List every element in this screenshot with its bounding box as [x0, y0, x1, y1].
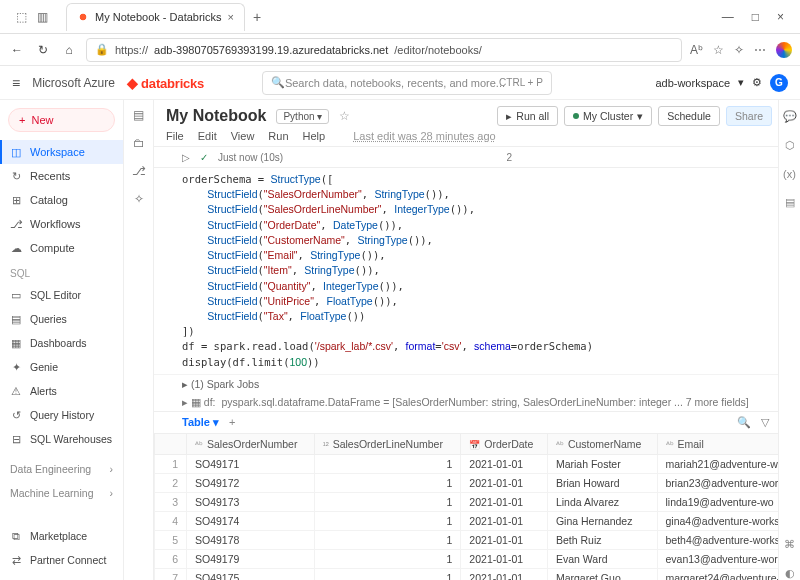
cell-header: ▷ ✓ Just now (10s) 2 [154, 146, 800, 168]
table-row[interactable]: 2SO4917212021-01-01Brian Howardbrian23@a… [155, 473, 800, 492]
new-button[interactable]: + New [8, 108, 115, 132]
sidebar-item-genie[interactable]: ✦Genie [0, 355, 123, 379]
more-icon[interactable]: ⋯ [754, 43, 766, 57]
star-icon[interactable]: ☆ [339, 109, 350, 123]
window-controls: — □ × [722, 10, 796, 24]
home-button[interactable]: ⌂ [60, 43, 78, 57]
table-row[interactable]: 7SO4917512021-01-01Margaret Guomargaret2… [155, 568, 800, 580]
code-cell[interactable]: orderSchema = StructType([ StructField("… [154, 168, 800, 374]
refresh-button[interactable]: ↻ [34, 43, 52, 57]
maximize-button[interactable]: □ [752, 10, 759, 24]
minimize-button[interactable]: — [722, 10, 734, 24]
copilot-icon[interactable] [776, 42, 792, 58]
databricks-logo[interactable]: ◆ databricks [127, 75, 204, 91]
filter-icon[interactable]: ▽ [761, 416, 769, 429]
app-topbar: ≡ Microsoft Azure ◆ databricks 🔍 Search … [0, 66, 800, 100]
menu-file[interactable]: File [166, 130, 184, 142]
cluster-selector[interactable]: My Cluster ▾ [564, 106, 652, 126]
sql-section-header: SQL [0, 260, 123, 283]
url-input[interactable]: 🔒 https://adb-3980705769393199.19.azured… [86, 38, 682, 62]
chevron-right-icon: › [110, 463, 114, 475]
search-input[interactable]: 🔍 Search data, notebooks, recents, and m… [262, 71, 552, 95]
databricks-favicon [77, 11, 89, 23]
new-tab-button[interactable]: + [253, 9, 261, 25]
sidebar-group-data-engineering[interactable]: Data Engineering› [0, 457, 123, 481]
extension-icon[interactable]: ✧ [734, 43, 744, 57]
table-tab[interactable]: Table ▾ [182, 416, 219, 429]
sparkle-icon[interactable]: ✧ [134, 192, 144, 206]
table-row[interactable]: 4SO4917412021-01-01Gina Hernandezgina4@a… [155, 511, 800, 530]
run-cell-icon[interactable]: ▷ [182, 152, 190, 163]
sidebar-item-compute[interactable]: ☁Compute [0, 236, 123, 260]
search-table-icon[interactable]: 🔍 [737, 416, 751, 429]
help-icon[interactable]: ◐ [785, 567, 795, 580]
sidebar-item-sql-editor[interactable]: ▭SQL Editor [0, 283, 123, 307]
sidebar-item-alerts[interactable]: ⚠Alerts [0, 379, 123, 403]
recents-icon: ↻ [10, 170, 22, 183]
sidebar-item-label: Workspace [30, 146, 85, 158]
add-viz-button[interactable]: + [229, 416, 235, 428]
last-edit-info[interactable]: Last edit was 28 minutes ago [353, 130, 495, 142]
sidebar-item-workspace[interactable]: ◫Workspace [0, 140, 123, 164]
spark-jobs-toggle[interactable]: ▸ (1) Spark Jobs [154, 374, 800, 393]
sidebar-item-query-history[interactable]: ↺Query History [0, 403, 123, 427]
share-button[interactable]: Share [726, 106, 772, 126]
shortcut-icon[interactable]: ⌘ [784, 538, 795, 551]
sidebar-item-workflows[interactable]: ⎇Workflows [0, 212, 123, 236]
sidebar-item-dashboards[interactable]: ▦Dashboards [0, 331, 123, 355]
settings-icon[interactable]: ⚙ [752, 76, 762, 89]
menu-icon[interactable]: ≡ [12, 75, 20, 91]
sidebar-group-machine-learning[interactable]: Machine Learning› [0, 481, 123, 505]
notebook-content: My Notebook Python ▾ ☆ ▸ Run all My Clus… [154, 100, 800, 580]
sidebar-item-marketplace[interactable]: ⧉Marketplace [0, 524, 123, 548]
read-aloud-icon[interactable]: Aᵇ [690, 43, 703, 57]
table-row[interactable]: 3SO4917312021-01-01Linda Alvarezlinda19@… [155, 492, 800, 511]
table-row[interactable]: 1SO4917112021-01-01Mariah Fostermariah21… [155, 454, 800, 473]
column-CustomerName[interactable]: ᴬᵇCustomerName [547, 433, 657, 454]
assistant-icon[interactable]: ⬡ [785, 139, 795, 152]
outline-icon[interactable]: ▤ [133, 108, 144, 122]
menu-view[interactable]: View [231, 130, 255, 142]
menu-help[interactable]: Help [303, 130, 326, 142]
files-icon[interactable]: 🗀 [133, 136, 145, 150]
notebook-title[interactable]: My Notebook [166, 107, 266, 125]
sidebar-item-catalog[interactable]: ⊞Catalog [0, 188, 123, 212]
avatar[interactable]: G [770, 74, 788, 92]
dataframe-schema[interactable]: ▸ ▦ df: pyspark.sql.dataframe.DataFrame … [154, 393, 800, 412]
schedule-button[interactable]: Schedule [658, 106, 720, 126]
sidebar-item-queries[interactable]: ▤Queries [0, 307, 123, 331]
table-row[interactable]: 6SO4917912021-01-01Evan Wardevan13@adven… [155, 549, 800, 568]
sidebar-item-sql-warehouses[interactable]: ⊟SQL Warehouses [0, 427, 123, 451]
sidebar-item-partner-connect[interactable]: ⇄Partner Connect [0, 548, 123, 572]
close-button[interactable]: × [777, 10, 784, 24]
history-icon[interactable]: ▤ [785, 196, 795, 209]
variables-icon[interactable]: (x) [783, 168, 796, 180]
back-button[interactable]: ← [8, 43, 26, 57]
tab-controls: ⬚ ▥ [4, 10, 60, 24]
workspace-icon[interactable]: ⬚ [16, 10, 27, 24]
column-SalesOrderNumber[interactable]: ᴬᵇSalesOrderNumber [187, 433, 315, 454]
language-selector[interactable]: Python ▾ [276, 109, 329, 124]
comments-icon[interactable]: 💬 [783, 110, 797, 123]
result-table[interactable]: ᴬᵇSalesOrderNumber¹²SalesOrderLineNumber… [154, 433, 800, 580]
tab-title: My Notebook - Databricks [95, 11, 222, 23]
branch-icon[interactable]: ⎇ [132, 164, 146, 178]
address-bar: ← ↻ ⌂ 🔒 https://adb-3980705769393199.19.… [0, 34, 800, 66]
sidebar-item-label: Workflows [30, 218, 81, 230]
chevron-down-icon[interactable]: ▾ [738, 76, 744, 89]
table-row[interactable]: 5SO4917812021-01-01Beth Ruizbeth4@advent… [155, 530, 800, 549]
chevron-down-icon: ▾ [213, 416, 219, 428]
workspace-name[interactable]: adb-workspace [655, 77, 730, 89]
menu-run[interactable]: Run [268, 130, 288, 142]
menu-edit[interactable]: Edit [198, 130, 217, 142]
run-all-button[interactable]: ▸ Run all [497, 106, 558, 126]
chevron-right-icon: › [110, 487, 114, 499]
sidebar-item-label: Recents [30, 170, 70, 182]
column-OrderDate[interactable]: 📅OrderDate [461, 433, 548, 454]
column-SalesOrderLineNumber[interactable]: ¹²SalesOrderLineNumber [314, 433, 461, 454]
favorite-icon[interactable]: ☆ [713, 43, 724, 57]
close-icon[interactable]: × [228, 11, 234, 23]
sidebar-item-recents[interactable]: ↻Recents [0, 164, 123, 188]
tab-icon[interactable]: ▥ [37, 10, 48, 24]
browser-tab[interactable]: My Notebook - Databricks × [66, 3, 245, 31]
